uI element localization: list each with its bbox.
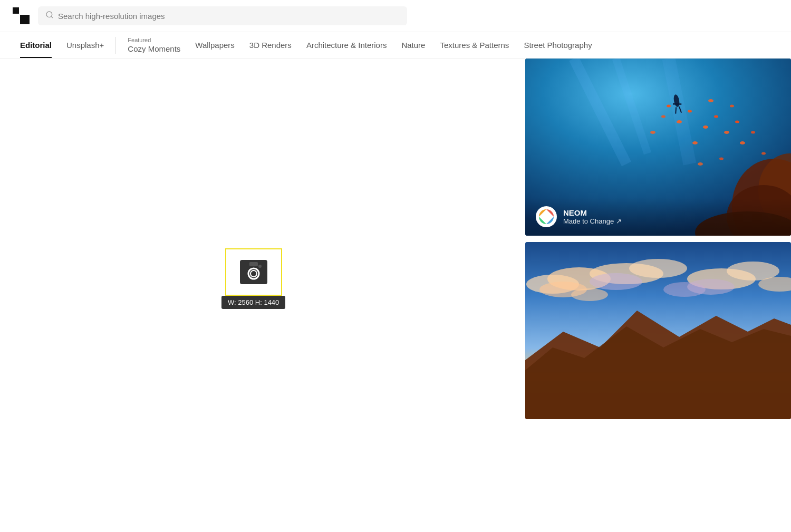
logo[interactable]: [13, 7, 30, 24]
svg-point-17: [677, 120, 682, 123]
svg-point-19: [703, 125, 708, 129]
search-bar[interactable]: [38, 6, 407, 25]
svg-point-24: [735, 121, 739, 123]
camera-box: [225, 248, 282, 296]
svg-point-30: [650, 131, 655, 134]
nav-wallpapers[interactable]: Wallpapers: [188, 32, 242, 58]
svg-rect-5: [249, 262, 258, 266]
camera-icon: [239, 259, 268, 285]
nav-editorial[interactable]: Editorial: [13, 32, 59, 58]
svg-point-46: [629, 259, 687, 278]
svg-point-28: [751, 131, 755, 134]
sky-image-card[interactable]: [525, 242, 791, 419]
nav-divider: [115, 37, 116, 54]
screenshot-indicator: W: 2560 H: 1440: [221, 248, 285, 309]
svg-point-32: [698, 162, 703, 166]
svg-rect-1: [20, 15, 30, 24]
svg-point-47: [590, 273, 642, 290]
left-panel: W: 2560 H: 1440: [0, 59, 517, 512]
neom-name: NEOM: [563, 208, 622, 217]
svg-rect-0: [13, 7, 19, 14]
svg-point-33: [719, 158, 724, 160]
svg-point-52: [571, 288, 608, 301]
main-content: W: 2560 H: 1440: [0, 59, 791, 512]
search-input[interactable]: [58, 12, 400, 21]
neom-avatar: [536, 206, 557, 227]
svg-point-29: [761, 152, 766, 155]
svg-point-53: [663, 282, 706, 297]
svg-point-2: [46, 12, 52, 17]
svg-line-3: [51, 16, 53, 18]
svg-point-8: [258, 265, 262, 268]
nav-architecture[interactable]: Architecture & Interiors: [299, 32, 394, 58]
header: [0, 0, 791, 32]
nav-nature[interactable]: Nature: [394, 32, 432, 58]
svg-point-20: [714, 115, 718, 118]
svg-point-26: [730, 105, 734, 108]
featured-label: Featured: [128, 37, 180, 43]
ocean-image-card[interactable]: NEOM Made to Change ↗: [525, 59, 791, 236]
right-panel: NEOM Made to Change ↗: [517, 59, 791, 512]
svg-point-31: [661, 115, 665, 118]
dimensions-tooltip: W: 2560 H: 1440: [221, 296, 285, 309]
svg-point-25: [708, 99, 713, 102]
svg-point-27: [740, 141, 745, 144]
svg-point-22: [667, 105, 671, 108]
nav-unsplash-plus[interactable]: Unsplash+: [59, 32, 111, 58]
main-nav: Editorial Unsplash+ Featured Cozy Moment…: [0, 32, 791, 59]
svg-point-18: [688, 110, 692, 113]
search-icon: [45, 11, 54, 21]
svg-point-23: [692, 141, 698, 144]
nav-cozy-moments[interactable]: Featured Cozy Moments: [120, 33, 188, 57]
neom-sub: Made to Change ↗: [563, 217, 622, 225]
nav-3d-renders[interactable]: 3D Renders: [242, 32, 299, 58]
nav-textures[interactable]: Textures & Patterns: [432, 32, 516, 58]
neom-overlay: NEOM Made to Change ↗: [525, 198, 791, 236]
svg-point-40: [543, 214, 549, 220]
nav-cozy-moments-label: Cozy Moments: [128, 44, 180, 53]
neom-text: NEOM Made to Change ↗: [563, 208, 622, 225]
nav-street[interactable]: Street Photography: [516, 32, 599, 58]
svg-point-21: [724, 131, 729, 134]
